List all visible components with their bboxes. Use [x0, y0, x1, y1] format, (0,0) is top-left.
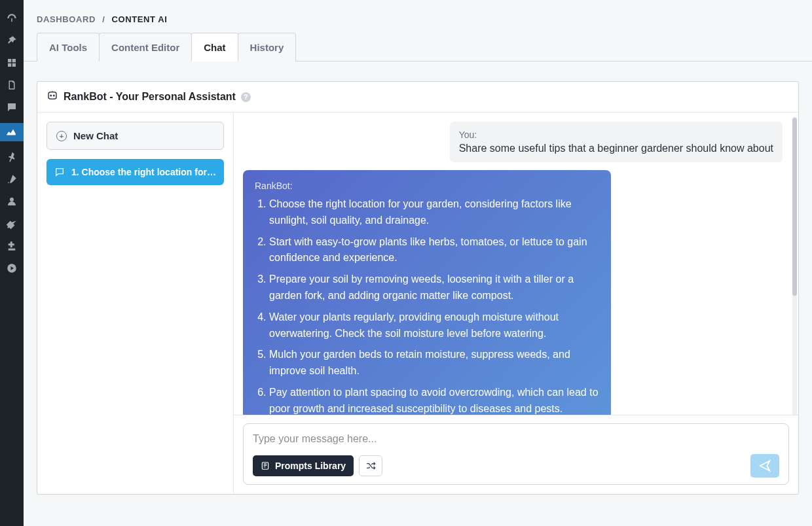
bot-label: RankBot: — [255, 181, 599, 191]
svg-point-2 — [50, 95, 52, 96]
comments-icon[interactable] — [5, 101, 18, 114]
play-icon[interactable] — [5, 262, 18, 275]
send-icon — [758, 459, 771, 472]
pin2-icon[interactable] — [5, 150, 18, 164]
tab-chat[interactable]: Chat — [191, 33, 238, 61]
panel-header: RankBot - Your Personal Assistant ? — [37, 82, 798, 113]
svg-rect-1 — [48, 92, 56, 99]
users-icon[interactable] — [5, 195, 18, 208]
user-message: You: Share some useful tips that a begin… — [450, 122, 783, 162]
prompts-library-label: Prompts Library — [275, 461, 346, 471]
message-input[interactable] — [253, 432, 779, 454]
breadcrumb: DASHBOARD / CONTENT AI — [24, 0, 812, 32]
bot-tip: Start with easy-to-grow plants like herb… — [269, 234, 599, 267]
new-chat-button[interactable]: + New Chat — [46, 122, 224, 150]
breadcrumb-root[interactable]: DASHBOARD — [37, 14, 96, 24]
chat-panel: RankBot - Your Personal Assistant ? + Ne… — [37, 81, 799, 495]
conversation-area: You: Share some useful tips that a begin… — [234, 113, 798, 494]
prompts-library-button[interactable]: Prompts Library — [253, 455, 354, 476]
new-chat-label: New Chat — [73, 130, 118, 141]
bot-tip: Prepare your soil by removing weeds, loo… — [269, 272, 599, 304]
tools-icon[interactable] — [5, 217, 18, 230]
tab-ai-tools[interactable]: AI Tools — [37, 33, 100, 61]
dashboard-icon[interactable] — [5, 12, 18, 25]
library-icon — [261, 461, 270, 470]
user-text: Share some useful tips that a beginner g… — [459, 143, 773, 154]
shuffle-icon — [365, 461, 376, 471]
svg-point-3 — [54, 95, 55, 96]
bot-tip: Pay attention to plant spacing to avoid … — [269, 385, 599, 417]
panel-title: RankBot - Your Personal Assistant — [64, 91, 236, 103]
chat-item-label: 1. Choose the right location for y... — [71, 167, 216, 177]
bot-tip: Mulch your garden beds to retain moistur… — [269, 347, 599, 379]
chat-list-item[interactable]: 1. Choose the right location for y... — [46, 159, 224, 185]
tab-content-editor[interactable]: Content Editor — [99, 33, 192, 61]
brush-icon[interactable] — [5, 173, 18, 186]
chat-list-sidebar: + New Chat 1. Choose the right location … — [37, 113, 234, 494]
admin-sidebar — [0, 0, 24, 526]
pages-icon[interactable] — [5, 79, 18, 92]
bot-message: RankBot: Choose the right location for y… — [243, 170, 611, 436]
tabs: AI Tools Content Editor Chat History — [24, 32, 812, 61]
plugins-icon[interactable] — [5, 239, 18, 253]
media-icon[interactable] — [5, 56, 18, 69]
bot-tip: Water your plants regularly, providing e… — [269, 309, 599, 342]
chat-bubble-icon — [54, 167, 65, 177]
tab-history[interactable]: History — [238, 33, 297, 61]
plus-icon: + — [56, 131, 67, 141]
bot-tips-list: Choose the right location for your garde… — [255, 196, 599, 417]
seo-icon[interactable] — [0, 123, 24, 141]
send-button[interactable] — [750, 454, 779, 478]
brain-icon — [46, 90, 58, 104]
breadcrumb-sep: / — [102, 14, 105, 24]
help-icon[interactable]: ? — [241, 92, 251, 102]
regenerate-button[interactable] — [359, 455, 382, 476]
user-label: You: — [459, 130, 773, 140]
main-content: DASHBOARD / CONTENT AI AI Tools Content … — [24, 0, 812, 526]
breadcrumb-current: CONTENT AI — [112, 14, 168, 24]
composer: Prompts Library — [234, 415, 798, 494]
pin-icon[interactable] — [5, 34, 18, 47]
bot-tip: Choose the right location for your garde… — [269, 196, 599, 229]
